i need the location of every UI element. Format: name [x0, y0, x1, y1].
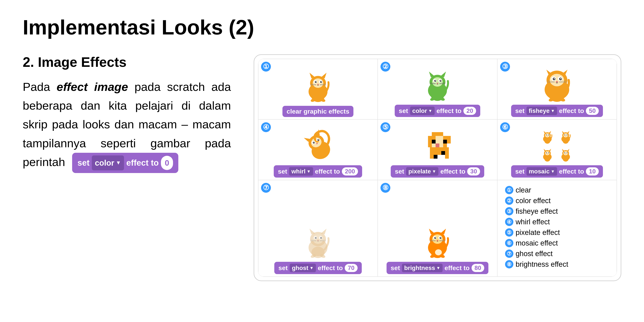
cmd-block-2: set color effect to 20 [395, 105, 480, 117]
right-panel: ① [254, 54, 621, 281]
svg-rect-80 [436, 140, 439, 144]
cmd-dropdown-5[interactable]: pixelate [406, 167, 438, 176]
legend-num-6: ⑥ [505, 239, 514, 247]
cmd-value-8: 80 [472, 264, 484, 272]
svg-marker-167 [440, 229, 446, 234]
svg-point-47 [554, 78, 555, 79]
legend-num-2: ② [505, 196, 514, 205]
cmd-dropdown-7[interactable]: ghost [290, 264, 316, 272]
legend-num-4: ④ [505, 218, 514, 226]
svg-rect-74 [436, 136, 439, 140]
svg-rect-69 [432, 132, 436, 136]
svg-point-155 [317, 240, 319, 241]
svg-point-134 [544, 157, 550, 162]
cat-3 [536, 67, 578, 103]
cat-8 [417, 224, 458, 260]
svg-rect-94 [430, 151, 434, 155]
svg-marker-117 [567, 131, 570, 134]
svg-rect-79 [432, 140, 436, 144]
content-area: 2. Image Effects Pada effect image pada … [23, 54, 621, 281]
legend-num-3: ③ [505, 207, 514, 216]
cmd-effect-label-3: effect to [559, 107, 584, 114]
cat-1 [297, 68, 339, 104]
grid-cell-7: ⑦ [258, 180, 378, 276]
svg-rect-81 [439, 140, 443, 144]
cmd-set-5: set [395, 168, 404, 175]
cmd-dropdown-4[interactable]: whirl [289, 167, 313, 176]
svg-rect-77 [447, 136, 451, 140]
cmd-set-6: set [515, 168, 524, 175]
legend-num-1: ① [505, 186, 514, 194]
inline-set-label: set [78, 156, 90, 170]
cmd-effect-label-4: effect to [315, 168, 340, 175]
svg-marker-127 [544, 149, 546, 151]
grid-cell-6: ⑥ [497, 120, 617, 180]
svg-rect-83 [447, 140, 451, 144]
svg-rect-71 [439, 132, 443, 136]
inline-block-wrapper: set color effect to 0 [72, 152, 178, 173]
body-text-pada: Pada [23, 80, 56, 93]
svg-rect-87 [439, 144, 443, 147]
legend-num-7: ⑦ [505, 250, 514, 258]
grid-cell-3: ③ [497, 59, 617, 120]
cmd-dropdown-3[interactable]: fisheye [526, 106, 557, 115]
svg-point-11 [317, 84, 319, 85]
cmd-dropdown-6[interactable]: mosaic [526, 167, 557, 176]
cmd-effect-label-8: effect to [444, 264, 470, 272]
legend-label-6: mosaic effect [516, 239, 558, 247]
svg-rect-89 [430, 147, 434, 151]
inline-dropdown[interactable]: color [92, 156, 124, 170]
cell-number-4: ④ [261, 122, 271, 132]
cell-number-1: ① [261, 62, 271, 72]
legend-item-5: ⑤ pixelate effect [505, 228, 560, 237]
svg-point-143 [567, 152, 568, 153]
legend-label-3: fisheye effect [516, 207, 558, 216]
svg-marker-23 [440, 72, 446, 77]
cat-7 [297, 224, 339, 260]
svg-point-109 [546, 134, 547, 135]
legend-label-1: clear [516, 186, 531, 194]
legend-item-2: ② color effect [505, 196, 551, 205]
cat-4 [297, 128, 339, 163]
svg-point-28 [435, 80, 436, 81]
svg-rect-91 [438, 147, 441, 151]
scratch-inline-block: set color effect to 0 [72, 153, 178, 173]
cat-svg-2 [418, 68, 456, 102]
cmd-clear-label: clear [286, 108, 302, 115]
svg-rect-101 [445, 155, 449, 159]
legend-num-8: ⑧ [505, 260, 514, 268]
svg-rect-70 [436, 132, 439, 136]
svg-point-111 [547, 136, 548, 136]
legend-label-2: color effect [516, 197, 551, 205]
cmd-set-8: set [391, 264, 400, 272]
svg-marker-105 [544, 131, 546, 134]
svg-point-10 [321, 82, 322, 82]
svg-rect-96 [438, 151, 441, 155]
svg-point-122 [566, 136, 566, 136]
svg-point-174 [437, 240, 438, 241]
svg-marker-3 [310, 73, 315, 78]
svg-rect-92 [441, 147, 445, 151]
svg-point-48 [560, 78, 561, 79]
svg-marker-128 [549, 149, 551, 151]
svg-point-145 [563, 157, 569, 162]
cmd-block-7: set ghost effect to 70 [274, 262, 362, 274]
cmd-dropdown-2[interactable]: color [410, 106, 435, 115]
svg-rect-76 [443, 136, 447, 140]
svg-marker-22 [429, 72, 435, 77]
cmd-value-5: 30 [467, 167, 480, 176]
svg-rect-85 [432, 144, 436, 147]
cmd-dropdown-8[interactable]: brightness [402, 264, 442, 272]
legend-item-7: ⑦ ghost effect [505, 250, 553, 258]
svg-point-144 [566, 154, 566, 154]
cmd-effect-label-2: effect to [436, 107, 462, 114]
cmd-block-6: set mosaic effect to 10 [511, 165, 603, 178]
svg-point-9 [316, 82, 316, 82]
cmd-set-2: set [399, 107, 408, 114]
svg-rect-93 [445, 147, 449, 151]
svg-rect-88 [443, 144, 447, 147]
cmd-graphic-label: graphic effects [304, 108, 349, 115]
legend-item-3: ③ fisheye effect [505, 207, 558, 216]
legend-num-5: ⑤ [505, 228, 514, 237]
svg-point-154 [320, 237, 322, 239]
